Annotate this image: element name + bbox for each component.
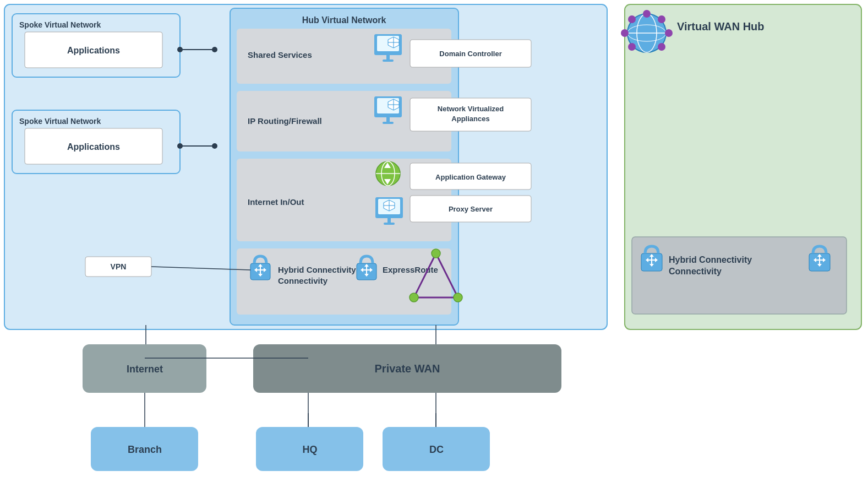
svg-point-61 xyxy=(432,249,440,258)
svg-point-6 xyxy=(177,47,183,52)
svg-rect-45 xyxy=(237,248,451,315)
branch-label: Branch xyxy=(128,444,162,455)
hub-title: Hub Virtual Network xyxy=(302,15,386,25)
svg-point-76 xyxy=(665,29,673,37)
internet-inout-label: Internet In/Out xyxy=(248,197,304,207)
spoke1-app-label: Applications xyxy=(67,46,120,55)
svg-point-77 xyxy=(643,10,651,18)
domain-controller-label: Domain Controller xyxy=(439,50,501,58)
app-gateway-label: Application Gateway xyxy=(435,173,506,181)
private-wan-label: Private WAN xyxy=(375,362,440,375)
svg-point-71 xyxy=(628,15,636,23)
spoke2-title: Spoke Virtual Network xyxy=(19,117,101,126)
svg-rect-24 xyxy=(386,117,390,122)
hub-hybrid-label: Hybrid Connectivity xyxy=(278,265,356,274)
svg-rect-25 xyxy=(383,122,394,124)
internet-label: Internet xyxy=(127,364,163,375)
svg-point-72 xyxy=(658,15,665,23)
svg-point-75 xyxy=(621,29,629,37)
proxy-server-label: Proxy Server xyxy=(449,205,493,213)
svg-rect-15 xyxy=(386,55,390,59)
ip-routing-label: IP Routing/Firewall xyxy=(248,116,322,126)
svg-point-9 xyxy=(177,143,183,149)
spoke2-app-label: Applications xyxy=(67,142,120,151)
svg-point-62 xyxy=(454,293,462,302)
svg-point-10 xyxy=(212,143,217,149)
wan-hybrid-label2: Connectivity xyxy=(669,267,722,276)
nva-label: Network Virtualized xyxy=(438,105,504,113)
wan-hybrid-label: Hybrid Connectivity xyxy=(669,255,752,264)
svg-rect-39 xyxy=(387,218,391,223)
svg-rect-40 xyxy=(384,223,395,225)
svg-point-74 xyxy=(658,43,665,51)
vpn-label: VPN xyxy=(111,262,127,271)
hq-label: HQ xyxy=(303,444,318,455)
hub-hybrid-label2: Connectivity xyxy=(278,276,328,285)
shared-services-label: Shared Services xyxy=(248,50,312,59)
wan-hub-title: Virtual WAN Hub xyxy=(677,20,765,33)
svg-rect-16 xyxy=(383,59,394,62)
spoke1-title: Spoke Virtual Network xyxy=(19,20,101,29)
svg-point-73 xyxy=(628,43,636,51)
nva-label2: Appliances xyxy=(451,115,489,123)
svg-point-63 xyxy=(410,293,418,302)
dc-label: DC xyxy=(429,444,444,455)
svg-point-7 xyxy=(212,47,217,52)
